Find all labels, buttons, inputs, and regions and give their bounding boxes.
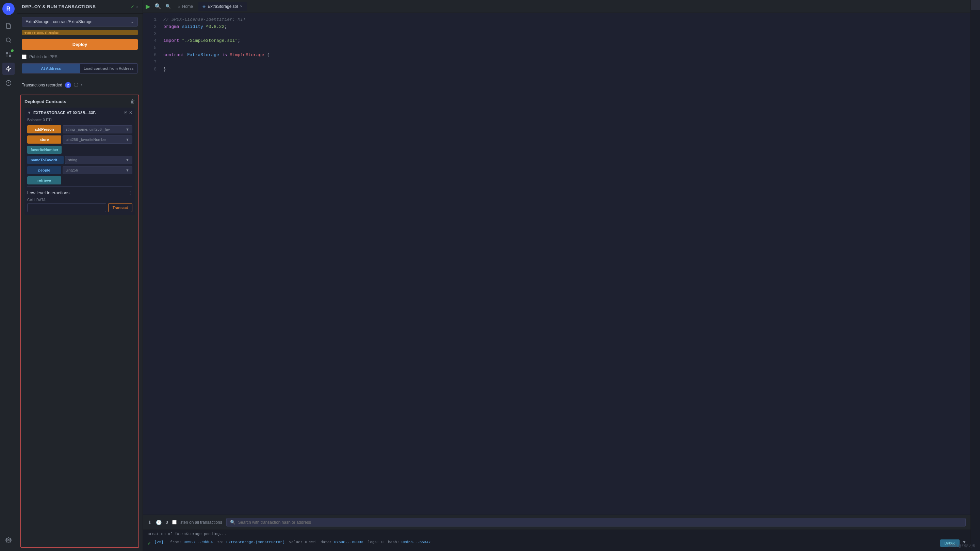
- contract-selector-arrow: ⌄: [130, 19, 134, 24]
- console-area: creation of ExtraStorage pending... ✓ [v…: [143, 530, 970, 551]
- listen-checkbox[interactable]: [172, 520, 177, 524]
- nav-search-icon[interactable]: [2, 34, 14, 46]
- right-top-bar: [971, 0, 980, 10]
- nav-files-icon[interactable]: [2, 20, 14, 32]
- tab-close-icon[interactable]: ✕: [240, 5, 243, 8]
- fn-people-button[interactable]: people: [27, 166, 61, 174]
- svg-marker-5: [6, 66, 11, 72]
- calldata-row: Transact: [27, 203, 132, 212]
- evm-badge: evm version: shanghai: [22, 30, 138, 35]
- fn-nameToFavorit-chevron[interactable]: ▼: [126, 158, 129, 162]
- info-icon[interactable]: ⓘ: [74, 82, 78, 88]
- sol-tab-icon: ◈: [202, 4, 205, 9]
- address-row: At Address Load contract from Address: [22, 63, 138, 73]
- fn-store-param: uint256 _favoriteNumber: [66, 137, 107, 142]
- fn-addPerson-input[interactable]: string _name, uint256 _fav ▼: [63, 125, 132, 134]
- logo-icon[interactable]: R: [2, 3, 14, 15]
- fn-store-button[interactable]: store: [27, 135, 61, 143]
- sol-tab-label: ExtraStorage.sol: [208, 4, 238, 9]
- fn-nameToFavorit-input[interactable]: string ▼: [65, 156, 132, 164]
- home-tab-label: Home: [182, 4, 193, 9]
- fn-store-chevron[interactable]: ▼: [126, 137, 129, 142]
- code-line-5: 5: [150, 45, 964, 52]
- low-level-header: Low level interactions ⋮: [27, 190, 132, 195]
- nav-settings-icon[interactable]: [2, 534, 14, 546]
- contract-selector-label: ExtraStorage - contract/ExtraStorage: [25, 19, 92, 24]
- load-contract-button[interactable]: Load contract from Address: [80, 64, 138, 73]
- fn-store-input[interactable]: uint256 _favoriteNumber ▼: [63, 135, 132, 143]
- trash-icon[interactable]: 🗑: [130, 99, 135, 104]
- bottom-tx-count: 0: [166, 520, 168, 525]
- fn-people-chevron[interactable]: ▼: [126, 168, 129, 172]
- fn-addPerson-chevron[interactable]: ▼: [126, 127, 129, 131]
- tx-chevron-right[interactable]: ›: [81, 83, 82, 88]
- check-icon: ✓: [130, 4, 134, 9]
- icon-rail: R: [0, 0, 17, 551]
- nav-git-icon[interactable]: [2, 48, 14, 61]
- fn-people-param: uint256: [66, 168, 78, 172]
- tx-details: [vm] from: 0x5B3...eddC4 to: ExtraStorag…: [154, 540, 937, 545]
- more-icon[interactable]: ⋮: [128, 190, 132, 195]
- fn-row-store: store uint256 _favoriteNumber ▼: [27, 135, 132, 143]
- chevron-icon[interactable]: ›: [137, 4, 138, 9]
- code-line-6: 6 contract ExtraStorage is SimpleStorage…: [150, 52, 964, 59]
- fn-favoriteNumber-button[interactable]: favoriteNumber: [27, 146, 62, 154]
- tx-recorded-row[interactable]: Transactions recorded 2 ⓘ ›: [17, 79, 143, 91]
- publish-label: Publish to IPFS: [29, 54, 57, 59]
- left-panel: DEPLOY & RUN TRANSACTIONS ✓ › ExtraStora…: [17, 0, 143, 551]
- fn-addPerson-button[interactable]: addPerson: [27, 125, 61, 134]
- console-tx-row: ✓ [vm] from: 0x5B3...eddC4 to: ExtraStor…: [148, 537, 966, 549]
- svg-line-1: [10, 41, 11, 42]
- svg-point-0: [6, 38, 10, 42]
- contract-selector[interactable]: ExtraStorage - contract/ExtraStorage ⌄: [22, 17, 138, 27]
- transact-button[interactable]: Transact: [108, 203, 132, 212]
- code-line-3: 3: [150, 30, 964, 38]
- deploy-button[interactable]: Deploy: [22, 39, 138, 50]
- publish-checkbox[interactable]: [22, 54, 27, 59]
- fn-row-favoriteNumber: favoriteNumber: [27, 146, 132, 154]
- main-content: ▶ 🔍 🔍 ⌂ Home ◈ ExtraStorage.sol ✕ 1 // S…: [143, 0, 970, 551]
- code-line-8: 8 }: [150, 66, 964, 73]
- contract-instance: ▼ EXTRASTORAGE AT 0XD8B...33F. ⎘ ✕ Balan…: [24, 108, 135, 215]
- right-rail: [970, 0, 980, 551]
- tx-badge: 2: [65, 82, 71, 88]
- tab-extrastorage[interactable]: ◈ ExtraStorage.sol ✕: [198, 2, 247, 11]
- svg-point-2: [9, 55, 11, 57]
- nav-deploy-icon[interactable]: [2, 63, 14, 75]
- success-icon: ✓: [148, 540, 151, 546]
- search-input[interactable]: [238, 520, 962, 525]
- at-address-button[interactable]: At Address: [22, 64, 80, 73]
- fn-row-people: people uint256 ▼: [27, 166, 132, 174]
- instance-balance: Balance: 0 ETH: [27, 118, 132, 122]
- instance-chevron[interactable]: ▼: [27, 110, 31, 115]
- panel-title: DEPLOY & RUN TRANSACTIONS: [22, 4, 128, 9]
- instance-header: ▼ EXTRASTORAGE AT 0XD8B...33F. ⎘ ✕: [27, 110, 132, 115]
- close-instance-icon[interactable]: ✕: [129, 110, 132, 115]
- collapse-button[interactable]: ⬇: [148, 520, 152, 525]
- tx-recorded-label: Transactions recorded: [22, 83, 62, 88]
- fn-retrieve-button[interactable]: retrieve: [27, 176, 61, 185]
- copy-icon[interactable]: ⎘: [124, 110, 127, 115]
- watermark: CSDN @纯洁之者: [948, 543, 975, 548]
- zoom-in-button[interactable]: 🔍: [153, 2, 163, 10]
- fn-people-input[interactable]: uint256 ▼: [63, 166, 132, 174]
- listen-label: listen on all transactions: [179, 520, 222, 525]
- svg-point-9: [8, 540, 9, 541]
- run-button[interactable]: ▶: [146, 3, 150, 10]
- calldata-input[interactable]: [27, 203, 106, 212]
- panel-header-icons: ✓ ›: [130, 4, 138, 9]
- code-line-4: 4 import "./SimpleStorage.sol";: [150, 37, 964, 45]
- deployed-contracts-title: Deployed Contracts: [24, 99, 66, 104]
- fn-row-nameToFavorit: nameToFavorit... string ▼: [27, 156, 132, 164]
- search-bar: 🔍: [226, 518, 966, 527]
- code-editor: 1 // SPDX-License-Identifier: MIT 2 prag…: [143, 13, 970, 514]
- bottom-bar: ⬇ 🕐 0 listen on all transactions 🔍: [143, 514, 970, 530]
- console-pending: creation of ExtraStorage pending...: [148, 532, 966, 536]
- git-badge: [11, 49, 14, 53]
- fn-nameToFavorit-button[interactable]: nameToFavorit...: [27, 156, 64, 164]
- code-line-1: 1 // SPDX-License-Identifier: MIT: [150, 16, 964, 24]
- fn-row-addPerson: addPerson string _name, uint256 _fav ▼: [27, 125, 132, 134]
- tab-home[interactable]: ⌂ Home: [173, 2, 197, 11]
- zoom-out-button[interactable]: 🔍: [164, 3, 172, 10]
- nav-debug-icon[interactable]: [2, 77, 14, 89]
